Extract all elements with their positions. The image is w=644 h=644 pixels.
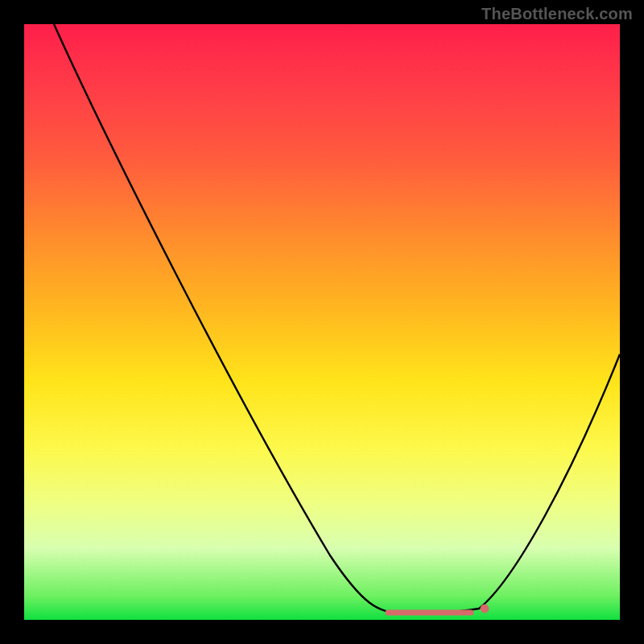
highlight-dot-icon	[481, 605, 489, 613]
curve-svg	[24, 24, 620, 620]
watermark-text: TheBottleneck.com	[481, 5, 633, 23]
chart-frame: TheBottleneck.com	[0, 0, 644, 644]
bottleneck-curve	[54, 24, 620, 613]
chart-plot-area	[24, 24, 620, 620]
